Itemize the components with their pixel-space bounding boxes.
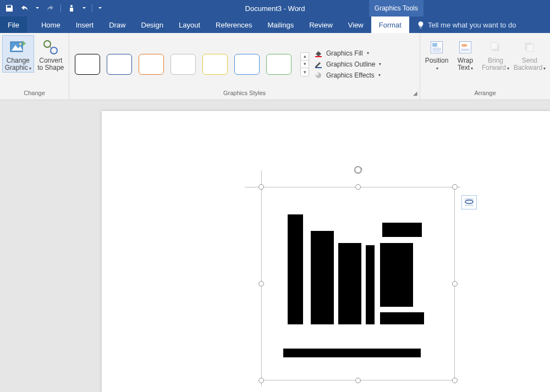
svg-point-30	[345, 254, 354, 263]
style-swatch[interactable]	[139, 54, 164, 75]
ribbon: Change Graphic▾ Convert to Shape Change	[0, 33, 550, 100]
svg-rect-19	[491, 42, 497, 49]
redo-icon	[45, 3, 55, 13]
ribbon-tabs: File Home Insert Draw Design Layout Refe…	[0, 16, 550, 33]
group-arrange: Position▾ Wrap Text▾ Bring Forward▾ Send…	[420, 33, 550, 100]
quick-access-toolbar	[0, 0, 102, 16]
layout-options-icon	[464, 197, 475, 207]
undo-dropdown-icon[interactable]	[35, 3, 40, 13]
resize-handle-br[interactable]	[452, 378, 458, 383]
touch-mode-dropdown-icon[interactable]	[82, 3, 86, 13]
wrap-text-label: Wrap Text▾	[458, 57, 473, 72]
tab-references[interactable]: References	[208, 16, 260, 33]
resize-handle-tr[interactable]	[452, 184, 458, 190]
svg-rect-33	[382, 223, 422, 237]
tab-review[interactable]: Review	[301, 16, 340, 33]
tab-format[interactable]: Format	[371, 16, 409, 33]
gallery-scroll: ▴ ▾ ▾	[300, 52, 309, 76]
style-swatch[interactable]	[266, 54, 292, 75]
contextual-tab-label: Graphics Tools	[369, 0, 424, 16]
resize-handle-bl[interactable]	[258, 378, 264, 383]
style-swatch[interactable]	[75, 54, 100, 75]
style-swatch[interactable]	[234, 54, 260, 75]
svg-point-31	[345, 312, 354, 321]
bring-forward-icon	[487, 38, 504, 56]
style-swatch[interactable]	[170, 54, 196, 75]
svg-rect-26	[288, 214, 303, 324]
svg-rect-28	[316, 240, 326, 250]
convert-to-shape-label: Convert to Shape	[37, 57, 64, 71]
tab-design[interactable]: Design	[134, 16, 171, 33]
undo-icon[interactable]	[20, 3, 30, 13]
tab-home[interactable]: Home	[34, 16, 68, 33]
tab-mailings[interactable]: Mailings	[260, 16, 302, 33]
tab-draw[interactable]: Draw	[101, 16, 133, 33]
group-graphics-styles: ▴ ▾ ▾ Graphics Fill▾ Graphics Outline▾ G…	[69, 33, 420, 100]
graphics-effects-label: Graphics Effects	[326, 71, 375, 79]
svg-rect-6	[315, 56, 322, 57]
group-arrange-label: Arrange	[420, 90, 550, 100]
resize-handle-mr[interactable]	[452, 281, 458, 286]
resize-handle-ml[interactable]	[258, 281, 264, 286]
position-icon	[428, 38, 446, 56]
pen-outline-icon	[314, 60, 323, 69]
svg-point-22	[355, 167, 361, 173]
convert-to-shape-button[interactable]: Convert to Shape	[35, 35, 67, 71]
wrap-text-icon	[457, 38, 474, 56]
books-graphic-icon	[283, 214, 433, 357]
tab-layout[interactable]: Layout	[171, 16, 208, 33]
graphics-style-commands: Graphics Fill▾ Graphics Outline▾ Graphic…	[310, 46, 381, 80]
style-swatch[interactable]	[202, 54, 228, 75]
wrap-text-button[interactable]: Wrap Text▾	[452, 35, 479, 72]
graphics-styles-gallery: ▴ ▾ ▾	[72, 49, 309, 76]
graphics-outline-label: Graphics Outline	[326, 60, 375, 68]
graphics-fill-button[interactable]: Graphics Fill▾	[314, 49, 381, 58]
svg-rect-21	[527, 45, 534, 51]
layout-options-button[interactable]	[461, 195, 477, 209]
save-icon[interactable]	[4, 3, 14, 13]
change-graphic-button[interactable]: Change Graphic▾	[2, 35, 34, 73]
titlebar: Document3 - Word Graphics Tools	[0, 0, 550, 16]
position-label: Position▾	[425, 57, 449, 72]
resize-handle-tl[interactable]	[258, 184, 264, 190]
lightbulb-icon	[417, 21, 425, 29]
group-graphics-styles-label: Graphics Styles ◢	[69, 90, 420, 100]
tell-me-search[interactable]: Tell me what you want to do	[409, 16, 516, 33]
touch-mode-icon[interactable]	[67, 3, 76, 13]
selected-graphic[interactable]	[261, 187, 455, 380]
send-backward-icon	[521, 38, 538, 56]
gallery-scroll-down[interactable]: ▾	[301, 60, 309, 68]
dialog-launcher-icon[interactable]: ◢	[413, 90, 417, 96]
group-change-label: Change	[0, 90, 69, 100]
graphics-fill-label: Graphics Fill	[326, 49, 363, 57]
svg-rect-15	[460, 42, 471, 53]
graphics-outline-button[interactable]: Graphics Outline▾	[314, 60, 381, 69]
svg-point-3	[19, 43, 21, 45]
gallery-more[interactable]: ▾	[301, 68, 309, 76]
graphics-effects-button[interactable]: Graphics Effects▾	[314, 71, 381, 80]
svg-rect-34	[380, 243, 413, 307]
svg-rect-35	[380, 312, 424, 324]
tab-insert[interactable]: Insert	[68, 16, 102, 33]
send-backward-label: Send Backward▾	[514, 57, 546, 72]
position-button[interactable]: Position▾	[422, 35, 451, 72]
svg-rect-11	[432, 43, 437, 47]
resize-handle-bm[interactable]	[355, 378, 361, 383]
style-swatch[interactable]	[107, 54, 132, 75]
page[interactable]	[102, 111, 550, 392]
change-graphic-label: Change Graphic▾	[5, 57, 31, 72]
svg-point-9	[316, 73, 318, 75]
change-graphic-icon	[9, 38, 27, 56]
svg-point-0	[70, 5, 73, 7]
document-area	[0, 100, 550, 392]
rotate-handle[interactable]	[353, 165, 363, 175]
svg-point-8	[316, 73, 321, 78]
resize-handle-tm[interactable]	[355, 184, 361, 190]
effects-icon	[314, 71, 323, 80]
group-change: Change Graphic▾ Convert to Shape Change	[0, 33, 69, 100]
tab-file[interactable]: File	[0, 16, 27, 33]
svg-rect-32	[366, 245, 375, 324]
qat-customize-icon[interactable]	[98, 3, 102, 13]
gallery-scroll-up[interactable]: ▴	[301, 53, 309, 60]
tab-view[interactable]: View	[340, 16, 371, 33]
